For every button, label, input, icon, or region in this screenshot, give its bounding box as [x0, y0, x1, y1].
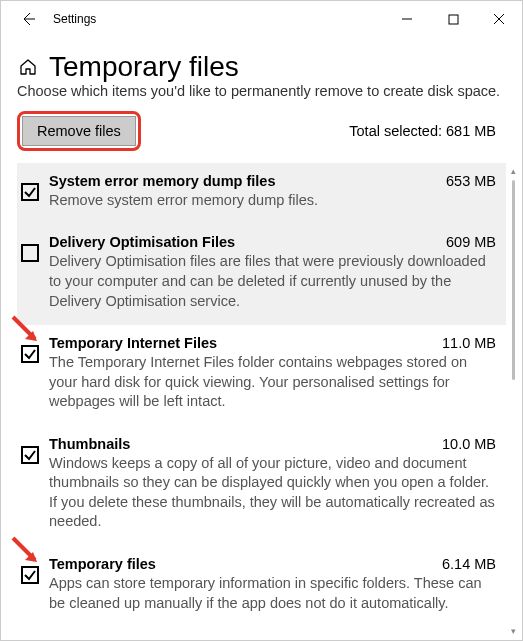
- item-body: Thumbnails10.0 MBWindows keeps a copy of…: [49, 436, 496, 532]
- remove-files-button[interactable]: Remove files: [22, 116, 136, 146]
- back-button[interactable]: [9, 1, 47, 37]
- item-size: 653 MB: [446, 173, 496, 189]
- item-description: Apps can store temporary information in …: [49, 574, 496, 613]
- item-title: Delivery Optimisation Files: [49, 234, 235, 250]
- item-body: Delivery Optimisation Files609 MBDeliver…: [49, 234, 496, 311]
- intro-text: Choose which items you'd like to permane…: [17, 82, 506, 101]
- item-title: Thumbnails: [49, 436, 130, 452]
- maximize-button[interactable]: [430, 1, 476, 37]
- checkbox[interactable]: [21, 345, 39, 363]
- item-title: Temporary Internet Files: [49, 335, 217, 351]
- item-title: System error memory dump files: [49, 173, 275, 189]
- checkbox[interactable]: [21, 244, 39, 262]
- window-controls: [384, 1, 522, 37]
- item-description: Delivery Optimisation files are files th…: [49, 252, 496, 311]
- item-title: Temporary files: [49, 556, 156, 572]
- list-item[interactable]: System error memory dump files653 MBRemo…: [17, 163, 506, 225]
- svg-marker-4: [25, 552, 37, 562]
- items-list: System error memory dump files653 MBRemo…: [17, 163, 506, 627]
- item-size: 10.0 MB: [442, 436, 496, 452]
- home-icon[interactable]: [17, 56, 39, 78]
- list-item[interactable]: Delivery Optimisation Files609 MBDeliver…: [17, 224, 506, 325]
- item-size: 609 MB: [446, 234, 496, 250]
- titlebar: Settings: [1, 1, 522, 37]
- item-body: System error memory dump files653 MBRemo…: [49, 173, 496, 211]
- svg-rect-0: [449, 15, 458, 24]
- checkbox[interactable]: [21, 566, 39, 584]
- item-description: The Temporary Internet Files folder cont…: [49, 353, 496, 412]
- checkbox[interactable]: [21, 446, 39, 464]
- page-title: Temporary files: [49, 51, 239, 83]
- item-size: 6.14 MB: [442, 556, 496, 572]
- scroll-up-icon[interactable]: ▴: [508, 166, 518, 176]
- remove-button-highlight: Remove files: [17, 111, 141, 151]
- list-item[interactable]: Temporary files6.14 MBApps can store tem…: [17, 546, 506, 627]
- list-item[interactable]: Thumbnails10.0 MBWindows keeps a copy of…: [17, 426, 506, 546]
- scrollbar[interactable]: ▴ ▾: [506, 166, 520, 636]
- item-size: 11.0 MB: [442, 335, 496, 351]
- svg-marker-2: [25, 331, 37, 341]
- item-description: Remove system error memory dump files.: [49, 191, 496, 211]
- item-description: Windows keeps a copy of all of your pict…: [49, 454, 496, 532]
- item-body: Temporary files6.14 MBApps can store tem…: [49, 556, 496, 613]
- scroll-down-icon[interactable]: ▾: [508, 626, 518, 636]
- list-item[interactable]: Temporary Internet Files11.0 MBThe Tempo…: [17, 325, 506, 426]
- minimize-button[interactable]: [384, 1, 430, 37]
- close-button[interactable]: [476, 1, 522, 37]
- total-selected-label: Total selected: 681 MB: [349, 123, 506, 139]
- checkbox[interactable]: [21, 183, 39, 201]
- window-title: Settings: [53, 12, 96, 26]
- item-body: Temporary Internet Files11.0 MBThe Tempo…: [49, 335, 496, 412]
- scroll-thumb[interactable]: [512, 180, 515, 380]
